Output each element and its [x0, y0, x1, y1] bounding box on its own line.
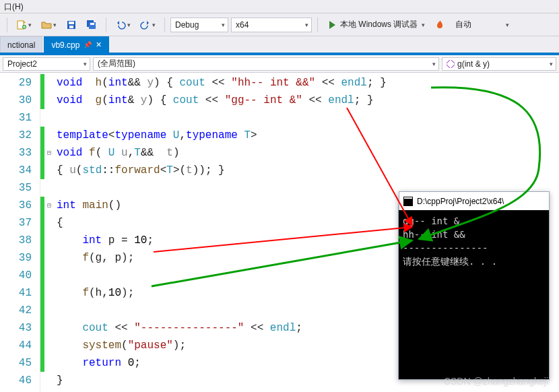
flame-icon	[434, 20, 445, 30]
console-title: D:\cppProj\Project2\x64\	[417, 197, 504, 206]
pin-icon[interactable]: 📌	[84, 41, 92, 48]
save-all-button[interactable]	[83, 18, 100, 32]
save-all-icon	[86, 20, 97, 30]
tab-background[interactable]: nctional	[0, 36, 42, 53]
config-select[interactable]: Debug	[170, 18, 228, 32]
file-scope-select[interactable]: (全局范围)	[93, 57, 439, 71]
method-icon	[447, 60, 455, 68]
play-icon	[327, 20, 337, 30]
menu-bar-fragment[interactable]: 口(H)	[0, 0, 559, 13]
fold-column[interactable]: ⊟⊟	[44, 73, 54, 392]
console-window[interactable]: D:\cppProj\Project2\x64\ gg-- int & hh--…	[398, 191, 550, 380]
undo-button[interactable]	[112, 18, 134, 32]
close-icon[interactable]: ✕	[96, 40, 102, 49]
start-debug-label: 本地 Windows 调试器	[340, 19, 418, 30]
toolbar-separator	[317, 18, 318, 32]
file-scope-label: (全局范围)	[98, 58, 135, 69]
open-item-button[interactable]	[38, 18, 60, 32]
undo-icon	[115, 20, 126, 30]
toolbar-separator	[106, 18, 106, 32]
tab-active[interactable]: vb9.cpp 📌 ✕	[44, 36, 109, 53]
start-debug-button[interactable]: 本地 Windows 调试器	[323, 18, 428, 32]
project-scope-label: Project2	[7, 59, 37, 69]
main-toolbar: Debug x64 本地 Windows 调试器 自动	[0, 13, 559, 36]
toolbar-separator	[164, 18, 165, 32]
nav-scope-bar: Project2 (全局范围) g(int & y)	[0, 55, 559, 73]
new-item-button[interactable]	[13, 18, 35, 32]
toolbar-separator	[7, 18, 7, 32]
tab-label: nctional	[7, 40, 35, 50]
editor-tabstrip: nctional vb9.cpp 📌 ✕	[0, 36, 559, 55]
member-scope-label: g(int & y)	[457, 59, 490, 69]
redo-icon	[140, 20, 151, 30]
new-file-icon	[16, 20, 27, 30]
auto-select[interactable]: 自动	[451, 18, 512, 32]
save-button[interactable]	[63, 18, 80, 32]
open-folder-icon	[41, 20, 52, 30]
console-titlebar[interactable]: D:\cppProj\Project2\x64\	[399, 191, 550, 210]
redo-button[interactable]	[137, 18, 159, 32]
save-icon	[66, 20, 77, 30]
console-icon	[403, 197, 413, 206]
svg-rect-3	[69, 22, 74, 24]
svg-rect-10	[404, 197, 412, 199]
platform-select[interactable]: x64	[231, 18, 312, 32]
project-scope-select[interactable]: Project2	[3, 57, 90, 71]
svg-rect-7	[90, 23, 94, 25]
tab-label: vb9.cpp	[51, 40, 79, 50]
svg-rect-8	[447, 60, 455, 68]
svg-rect-4	[69, 26, 73, 28]
console-output: gg-- int & hh-- int && --------------- 请…	[399, 210, 549, 272]
line-number-gutter: 29303132 33343536 37383940 41424344 4546	[0, 73, 40, 392]
member-scope-select[interactable]: g(int & y)	[442, 57, 556, 71]
hot-reload-button[interactable]	[431, 18, 449, 32]
